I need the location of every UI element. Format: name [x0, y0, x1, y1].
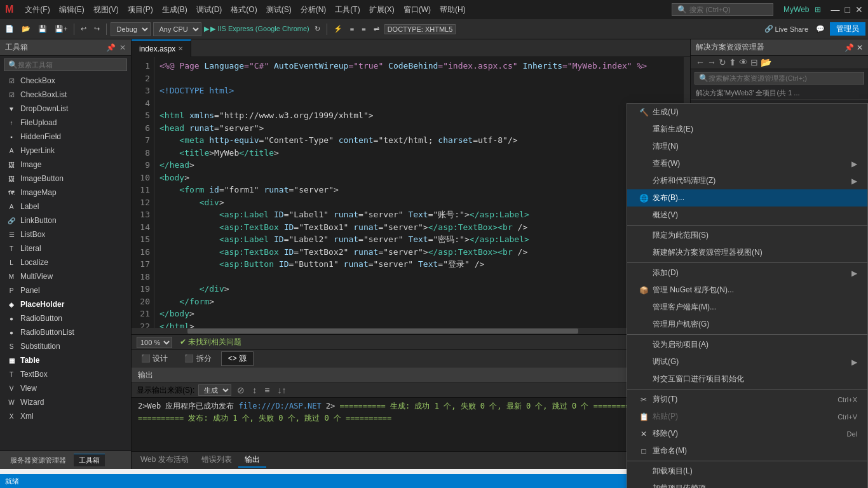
- menu-item[interactable]: 工具(T): [331, 3, 363, 17]
- toolbox-search-box[interactable]: 🔍: [4, 58, 127, 71]
- toolbox-item[interactable]: PPanel: [0, 283, 131, 297]
- context-menu-item[interactable]: 分析和代码清理(Z)▶: [627, 172, 867, 189]
- context-menu-item[interactable]: 调试(G)▶: [627, 353, 867, 370]
- menu-item[interactable]: 格式(O): [227, 3, 261, 17]
- toolbox-item[interactable]: ☑CheckBoxList: [0, 88, 131, 102]
- context-menu-item[interactable]: ✂剪切(T)Ctrl+X: [627, 391, 867, 408]
- context-menu-item[interactable]: ✕移除(V)Del: [627, 425, 867, 442]
- manage-button[interactable]: 管理员: [830, 22, 865, 36]
- zoom-select[interactable]: 100 %: [137, 337, 172, 348]
- menu-item[interactable]: 视图(V): [90, 3, 123, 17]
- context-menu-item[interactable]: 清理(N): [627, 138, 867, 155]
- toolbox-pin-icon[interactable]: 📌: [106, 43, 116, 52]
- source-tab[interactable]: <> 源: [221, 351, 254, 366]
- menu-item[interactable]: 测试(S): [262, 3, 295, 17]
- output-icon2[interactable]: ↓↑: [276, 384, 288, 396]
- split-tab[interactable]: ⬛ 拆分: [177, 351, 218, 366]
- tab-close-button[interactable]: ✕: [178, 45, 183, 52]
- output-clear-button[interactable]: ⊘: [235, 384, 247, 396]
- toolbox-item[interactable]: ▼DropDownList: [0, 102, 131, 116]
- editor-tab-index[interactable]: index.aspx ✕: [132, 39, 191, 57]
- toolbox-item[interactable]: AHyperLink: [0, 144, 131, 158]
- toolbox-item[interactable]: ↑FileUpload: [0, 116, 131, 130]
- toolbox-search-input[interactable]: [18, 61, 123, 69]
- context-menu-item[interactable]: 管理客户端库(M)...: [627, 299, 867, 316]
- menu-item[interactable]: 编辑(E): [55, 3, 88, 17]
- solution-explorer-search[interactable]: 🔍: [695, 72, 864, 85]
- context-menu-item[interactable]: 🌐发布(B)...: [627, 189, 867, 207]
- output-source-select[interactable]: 生成: [198, 384, 231, 396]
- context-menu-item[interactable]: 设为启动项目(A): [627, 336, 867, 353]
- context-menu-item[interactable]: □重命名(M): [627, 442, 867, 459]
- title-search[interactable]: 🔍: [672, 3, 773, 16]
- save-button[interactable]: 💾: [36, 24, 50, 34]
- toolbox-item[interactable]: ◈PlaceHolder: [0, 297, 131, 311]
- toolbox-item[interactable]: MMultiView: [0, 269, 131, 283]
- toolbox-item[interactable]: 🖼Image: [0, 158, 131, 172]
- se-collapse-button[interactable]: ⬆: [729, 57, 736, 67]
- errors-tab[interactable]: 错误列表: [195, 453, 238, 468]
- context-menu-item[interactable]: 新建解决方案资源管理器视图(N): [627, 244, 867, 261]
- se-forward-button[interactable]: →: [707, 57, 716, 67]
- menu-item[interactable]: 窗口(W): [400, 3, 435, 17]
- platform-select[interactable]: Any CPU: [153, 22, 201, 36]
- toolbox-item[interactable]: ▪HiddenField: [0, 130, 131, 144]
- toolbar-icon3[interactable]: ≡: [359, 24, 368, 34]
- toolbox-item[interactable]: ALabel: [0, 200, 131, 214]
- menu-item[interactable]: 扩展(X): [365, 3, 398, 17]
- se-pin-icon[interactable]: 📌: [844, 43, 854, 52]
- toolbox-close-icon[interactable]: ✕: [119, 43, 126, 52]
- toolbox-item[interactable]: ●RadioButtonList: [0, 325, 131, 339]
- save-all-button[interactable]: 💾+: [52, 24, 70, 34]
- run-button[interactable]: ▶ ▶ IIS Express (Google Chrome): [204, 25, 309, 33]
- toolbox-tab[interactable]: 工具箱: [74, 454, 105, 466]
- toolbox-item[interactable]: ☰ListBox: [0, 227, 131, 241]
- toolbox-item[interactable]: ●RadioButton: [0, 311, 131, 325]
- menu-item[interactable]: 生成(B): [158, 3, 191, 17]
- toolbox-item[interactable]: LLocalize: [0, 255, 131, 269]
- se-show-all-button[interactable]: 👁: [739, 57, 748, 67]
- output-tab[interactable]: 输出: [238, 453, 266, 468]
- menu-item[interactable]: 分析(N): [297, 3, 330, 17]
- toolbox-item[interactable]: 🖼ImageButton: [0, 172, 131, 186]
- context-menu-item[interactable]: 限定为此范围(S): [627, 227, 867, 244]
- context-menu-item[interactable]: 重新生成(E): [627, 121, 867, 138]
- output-icon1[interactable]: ≡: [262, 384, 271, 396]
- context-menu-item[interactable]: 添加(D)▶: [627, 264, 867, 281]
- se-search-input[interactable]: [709, 74, 860, 82]
- toolbox-item[interactable]: ▦Table: [0, 353, 131, 367]
- close-button[interactable]: ✕: [855, 4, 863, 15]
- undo-button[interactable]: ↩: [78, 24, 89, 34]
- se-close-icon[interactable]: ✕: [857, 43, 863, 52]
- toolbox-item[interactable]: VView: [0, 381, 131, 395]
- code-editor[interactable]: <%@ Page Language="C#" AutoEventWireup="…: [154, 57, 684, 328]
- toolbox-item[interactable]: 🔗LinkButton: [0, 214, 131, 227]
- toolbox-item[interactable]: ☑CheckBox: [0, 74, 131, 88]
- publish-tab[interactable]: Web 发布活动: [134, 453, 195, 468]
- scrollbar-thumb[interactable]: [187, 329, 578, 334]
- toolbox-item[interactable]: WWizard: [0, 395, 131, 409]
- live-share-button[interactable]: 🔗 Live Share: [762, 24, 811, 34]
- refresh-button[interactable]: ↻: [312, 24, 323, 34]
- output-wrap-button[interactable]: ↕: [250, 384, 259, 396]
- server-explorer-tab[interactable]: 服务器资源管理器: [5, 454, 71, 466]
- toolbox-item[interactable]: SSubstitution: [0, 339, 131, 353]
- menu-item[interactable]: 文件(F): [21, 3, 53, 17]
- context-menu-item[interactable]: 卸载项目(L): [627, 463, 867, 480]
- toolbox-item[interactable]: 🗺ImageMap: [0, 186, 131, 200]
- se-filter-button[interactable]: ⊟: [750, 57, 758, 67]
- se-back-button[interactable]: ←: [696, 57, 705, 67]
- redo-button[interactable]: ↪: [92, 24, 102, 34]
- context-menu-item[interactable]: 查看(W)▶: [627, 155, 867, 172]
- restore-button[interactable]: □: [845, 4, 850, 15]
- context-menu-item[interactable]: 概述(V): [627, 207, 867, 224]
- minimize-button[interactable]: —: [831, 4, 840, 15]
- context-menu-item[interactable]: 📦管理 NuGet 程序包(N)...: [627, 281, 867, 299]
- debug-config-select[interactable]: Debug: [111, 22, 151, 36]
- open-file-button[interactable]: 📂: [19, 24, 33, 34]
- se-refresh-button[interactable]: ↻: [719, 57, 726, 67]
- menu-item[interactable]: 帮助(H): [436, 3, 470, 17]
- toolbox-item[interactable]: XXml: [0, 409, 131, 423]
- se-open-button[interactable]: 📂: [761, 57, 771, 67]
- toolbar-icon4[interactable]: ⇌: [371, 24, 382, 34]
